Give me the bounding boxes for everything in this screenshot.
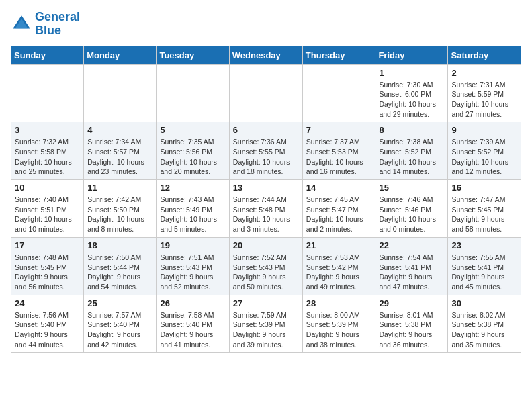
calendar-cell: 8Sunrise: 7:38 AM Sunset: 5:52 PM Daylig…	[375, 122, 448, 180]
calendar-cell: 1Sunrise: 7:30 AM Sunset: 6:00 PM Daylig…	[375, 64, 448, 122]
day-number: 16	[451, 183, 517, 193]
calendar-week-0: 1Sunrise: 7:30 AM Sunset: 6:00 PM Daylig…	[11, 64, 521, 122]
page-header: General Blue	[11, 11, 521, 38]
day-content: Sunrise: 7:48 AM Sunset: 5:45 PM Dayligh…	[15, 253, 80, 292]
weekday-header-saturday: Saturday	[448, 46, 521, 64]
logo-text: General Blue	[35, 11, 80, 38]
calendar-table: SundayMondayTuesdayWednesdayThursdayFrid…	[11, 46, 521, 353]
day-content: Sunrise: 8:00 AM Sunset: 5:39 PM Dayligh…	[306, 310, 372, 350]
calendar-cell: 11Sunrise: 7:42 AM Sunset: 5:50 PM Dayli…	[84, 180, 157, 238]
day-number: 20	[233, 240, 299, 250]
day-number: 15	[379, 183, 444, 193]
day-content: Sunrise: 7:36 AM Sunset: 5:55 PM Dayligh…	[233, 137, 299, 177]
day-content: Sunrise: 7:32 AM Sunset: 5:58 PM Dayligh…	[15, 137, 80, 177]
day-content: Sunrise: 7:56 AM Sunset: 5:40 PM Dayligh…	[15, 310, 80, 350]
calendar-cell	[84, 64, 157, 122]
day-content: Sunrise: 7:52 AM Sunset: 5:43 PM Dayligh…	[233, 253, 299, 292]
day-number: 11	[87, 183, 152, 193]
calendar-cell: 6Sunrise: 7:36 AM Sunset: 5:55 PM Daylig…	[229, 122, 302, 180]
calendar-cell	[302, 64, 375, 122]
day-content: Sunrise: 7:39 AM Sunset: 5:52 PM Dayligh…	[451, 137, 517, 177]
calendar-cell: 10Sunrise: 7:40 AM Sunset: 5:51 PM Dayli…	[11, 180, 84, 238]
day-content: Sunrise: 7:54 AM Sunset: 5:41 PM Dayligh…	[379, 253, 444, 292]
day-content: Sunrise: 7:45 AM Sunset: 5:47 PM Dayligh…	[306, 195, 372, 234]
day-content: Sunrise: 7:30 AM Sunset: 6:00 PM Dayligh…	[379, 80, 444, 120]
day-number: 9	[451, 125, 517, 135]
day-number: 6	[233, 125, 299, 135]
day-content: Sunrise: 8:01 AM Sunset: 5:38 PM Dayligh…	[379, 310, 444, 350]
day-content: Sunrise: 8:02 AM Sunset: 5:38 PM Dayligh…	[451, 310, 517, 350]
day-number: 26	[160, 298, 225, 308]
day-content: Sunrise: 7:50 AM Sunset: 5:44 PM Dayligh…	[87, 253, 152, 292]
calendar-cell: 12Sunrise: 7:43 AM Sunset: 5:49 PM Dayli…	[157, 180, 229, 238]
calendar-cell: 25Sunrise: 7:57 AM Sunset: 5:40 PM Dayli…	[84, 295, 157, 353]
calendar-cell	[229, 64, 302, 122]
day-content: Sunrise: 7:53 AM Sunset: 5:42 PM Dayligh…	[306, 253, 372, 292]
calendar-cell: 20Sunrise: 7:52 AM Sunset: 5:43 PM Dayli…	[229, 237, 302, 295]
day-content: Sunrise: 7:47 AM Sunset: 5:45 PM Dayligh…	[451, 195, 517, 234]
day-number: 30	[451, 298, 517, 308]
weekday-header-monday: Monday	[84, 46, 157, 64]
day-number: 4	[87, 125, 152, 135]
weekday-header-thursday: Thursday	[302, 46, 375, 64]
day-number: 22	[379, 240, 444, 250]
weekday-header-tuesday: Tuesday	[157, 46, 229, 64]
day-number: 1	[379, 68, 444, 78]
calendar-cell: 18Sunrise: 7:50 AM Sunset: 5:44 PM Dayli…	[84, 237, 157, 295]
calendar-cell: 15Sunrise: 7:46 AM Sunset: 5:46 PM Dayli…	[375, 180, 448, 238]
day-number: 12	[160, 183, 225, 193]
day-content: Sunrise: 7:34 AM Sunset: 5:57 PM Dayligh…	[87, 137, 152, 177]
day-content: Sunrise: 7:38 AM Sunset: 5:52 PM Dayligh…	[379, 137, 444, 177]
logo-icon	[11, 13, 32, 35]
calendar-cell: 30Sunrise: 8:02 AM Sunset: 5:38 PM Dayli…	[448, 295, 521, 353]
day-number: 24	[15, 298, 80, 308]
calendar-cell: 27Sunrise: 7:59 AM Sunset: 5:39 PM Dayli…	[229, 295, 302, 353]
day-number: 19	[160, 240, 225, 250]
day-number: 10	[15, 183, 80, 193]
calendar-cell: 28Sunrise: 8:00 AM Sunset: 5:39 PM Dayli…	[302, 295, 375, 353]
calendar-cell	[157, 64, 229, 122]
calendar-cell: 3Sunrise: 7:32 AM Sunset: 5:58 PM Daylig…	[11, 122, 84, 180]
day-number: 14	[306, 183, 372, 193]
calendar-cell: 14Sunrise: 7:45 AM Sunset: 5:47 PM Dayli…	[302, 180, 375, 238]
calendar-cell: 2Sunrise: 7:31 AM Sunset: 5:59 PM Daylig…	[448, 64, 521, 122]
day-number: 25	[87, 298, 152, 308]
day-number: 13	[233, 183, 299, 193]
day-content: Sunrise: 7:59 AM Sunset: 5:39 PM Dayligh…	[233, 310, 299, 350]
day-content: Sunrise: 7:44 AM Sunset: 5:48 PM Dayligh…	[233, 195, 299, 234]
day-number: 5	[160, 125, 225, 135]
day-content: Sunrise: 7:55 AM Sunset: 5:41 PM Dayligh…	[451, 253, 517, 292]
day-content: Sunrise: 7:42 AM Sunset: 5:50 PM Dayligh…	[87, 195, 152, 234]
day-content: Sunrise: 7:31 AM Sunset: 5:59 PM Dayligh…	[451, 80, 517, 120]
day-content: Sunrise: 7:43 AM Sunset: 5:49 PM Dayligh…	[160, 195, 225, 234]
calendar-week-2: 10Sunrise: 7:40 AM Sunset: 5:51 PM Dayli…	[11, 180, 521, 238]
day-number: 18	[87, 240, 152, 250]
calendar-cell: 21Sunrise: 7:53 AM Sunset: 5:42 PM Dayli…	[302, 237, 375, 295]
day-number: 21	[306, 240, 372, 250]
day-number: 7	[306, 125, 372, 135]
calendar-cell: 19Sunrise: 7:51 AM Sunset: 5:43 PM Dayli…	[157, 237, 229, 295]
day-number: 3	[15, 125, 80, 135]
day-number: 8	[379, 125, 444, 135]
day-content: Sunrise: 7:58 AM Sunset: 5:40 PM Dayligh…	[160, 310, 225, 350]
calendar-week-1: 3Sunrise: 7:32 AM Sunset: 5:58 PM Daylig…	[11, 122, 521, 180]
day-content: Sunrise: 7:37 AM Sunset: 5:53 PM Dayligh…	[306, 137, 372, 177]
calendar-cell: 22Sunrise: 7:54 AM Sunset: 5:41 PM Dayli…	[375, 237, 448, 295]
weekday-header-friday: Friday	[375, 46, 448, 64]
calendar-cell: 23Sunrise: 7:55 AM Sunset: 5:41 PM Dayli…	[448, 237, 521, 295]
day-content: Sunrise: 7:51 AM Sunset: 5:43 PM Dayligh…	[160, 253, 225, 292]
calendar-cell: 13Sunrise: 7:44 AM Sunset: 5:48 PM Dayli…	[229, 180, 302, 238]
calendar-cell: 16Sunrise: 7:47 AM Sunset: 5:45 PM Dayli…	[448, 180, 521, 238]
calendar-cell: 29Sunrise: 8:01 AM Sunset: 5:38 PM Dayli…	[375, 295, 448, 353]
calendar-cell: 7Sunrise: 7:37 AM Sunset: 5:53 PM Daylig…	[302, 122, 375, 180]
calendar-cell: 24Sunrise: 7:56 AM Sunset: 5:40 PM Dayli…	[11, 295, 84, 353]
calendar-cell: 5Sunrise: 7:35 AM Sunset: 5:56 PM Daylig…	[157, 122, 229, 180]
day-number: 23	[451, 240, 517, 250]
calendar-week-3: 17Sunrise: 7:48 AM Sunset: 5:45 PM Dayli…	[11, 237, 521, 295]
day-number: 17	[15, 240, 80, 250]
logo: General Blue	[11, 11, 80, 38]
day-content: Sunrise: 7:35 AM Sunset: 5:56 PM Dayligh…	[160, 137, 225, 177]
day-number: 28	[306, 298, 372, 308]
day-content: Sunrise: 7:40 AM Sunset: 5:51 PM Dayligh…	[15, 195, 80, 234]
day-number: 2	[451, 68, 517, 78]
